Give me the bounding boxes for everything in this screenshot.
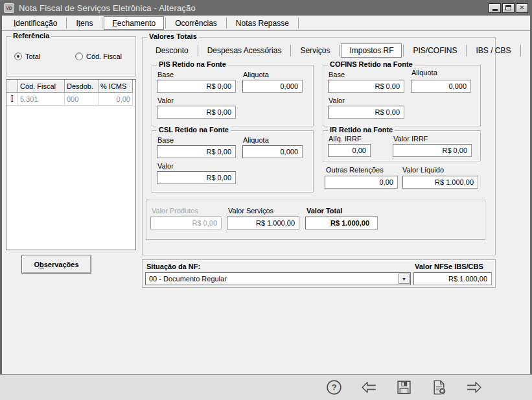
app-window: VD Nota Fiscal de Serviços Eletrônica - … — [0, 0, 532, 400]
ir-title: IR Retido na Fonte — [328, 126, 395, 134]
app-icon: VD — [4, 3, 14, 13]
cofins-groupbox: COFINS Retido na Fonte Base R$ 0,00 Aliq… — [323, 65, 481, 126]
tab-label: Impostos RF — [349, 46, 393, 55]
radio-selected-icon — [14, 53, 22, 60]
cofins-valor-label: Valor — [329, 97, 345, 104]
tab-label: Ocorrências — [175, 19, 217, 28]
tab-despesas-acessorias[interactable]: Despesas Acessórias — [198, 43, 291, 58]
fiscal-codes-table[interactable]: Cód. Fiscal Desdob. % ICMS I 5.301 000 0… — [6, 79, 136, 250]
cofins-aliquota-label: Aliquota — [411, 69, 437, 76]
pis-base-label: Base — [157, 71, 174, 78]
valor-liquido-field[interactable]: R$ 1.000,00 — [402, 176, 478, 189]
column-header[interactable]: Cód. Fiscal — [18, 80, 65, 93]
valor-produtos-field: R$ 0,00 — [150, 217, 222, 229]
tab-label: IBS / CBS — [476, 46, 511, 55]
tab-label: Desconto — [156, 46, 189, 55]
valor-total-label: Valor Total — [306, 207, 342, 215]
cell-icms[interactable]: 0,00 — [98, 93, 133, 106]
chevron-down-icon[interactable]: ▼ — [399, 274, 410, 284]
table-row[interactable]: I 5.301 000 0,00 — [6, 93, 135, 106]
tab-label: Serviços — [300, 46, 330, 55]
content-area: Referência Total Cód. Fiscal Cód. Fiscal… — [2, 31, 530, 374]
valor-liquido-label: Valor Líquido — [402, 166, 444, 174]
csl-base-field[interactable]: R$ 0,00 — [157, 145, 236, 158]
radio-unselected-icon — [75, 53, 83, 60]
observacoes-button[interactable]: Observações — [21, 255, 91, 274]
pis-groupbox: PIS Retido na Fonte Base R$ 0,00 Aliquot… — [152, 65, 314, 126]
tab-itens[interactable]: Itens — [67, 16, 102, 30]
cofins-aliquota-field[interactable]: 0,000 — [411, 80, 471, 93]
ir-valor-label: Valor IRRF — [393, 135, 428, 143]
titlebar[interactable]: VD Nota Fiscal de Serviços Eletrônica - … — [0, 0, 532, 16]
column-header[interactable]: % ICMS — [98, 80, 133, 93]
tab-fechamento[interactable]: Fechamento — [104, 16, 164, 30]
situacao-dropdown-value: 00 - Documento Regular — [146, 275, 399, 283]
column-header[interactable]: Desdob. — [65, 80, 98, 93]
csl-valor-label: Valor — [157, 162, 174, 170]
outras-retencoes-field[interactable]: 0,00 — [325, 176, 398, 189]
tab-label: Despesas Acessórias — [207, 46, 282, 55]
cell-cod-fiscal[interactable]: 5.301 — [18, 93, 65, 106]
tab-desconto[interactable]: Desconto — [146, 43, 198, 58]
cofins-base-label: Base — [329, 71, 345, 78]
main-tab-bar: Identificação Itens Fechamento Ocorrênci… — [2, 16, 530, 31]
tab-label: Fechamento — [112, 19, 156, 28]
tab-notas-repasse[interactable]: Notas Repasse — [227, 16, 298, 30]
tab-impostos-rf[interactable]: Impostos RF — [341, 43, 402, 58]
outras-retencoes-label: Outras Retenções — [326, 166, 384, 174]
cofins-base-field[interactable]: R$ 0,00 — [328, 80, 404, 93]
tab-label: Identificação — [14, 19, 57, 28]
close-button[interactable]: ✕ — [516, 3, 528, 13]
cofins-valor-field[interactable]: R$ 0,00 — [328, 106, 404, 119]
button-label: Observações — [34, 261, 78, 268]
pis-title: PIS Retido na Fonte — [157, 60, 228, 68]
minimize-button[interactable] — [489, 3, 501, 13]
radio-total[interactable]: Total — [14, 53, 40, 60]
pis-aliquota-field[interactable]: 0,000 — [242, 80, 303, 93]
pis-valor-field[interactable]: R$ 0,00 — [157, 106, 236, 119]
csl-groupbox: CSL Retido na Fonte Base R$ 0,00 Aliquot… — [152, 130, 314, 193]
cell-desdob[interactable]: 000 — [65, 93, 98, 106]
valor-produtos-label: Valor Produtos — [152, 207, 198, 215]
tab-identificacao[interactable]: Identificação — [5, 16, 66, 30]
tab-ocorrencias[interactable]: Ocorrências — [166, 16, 226, 30]
tab-label: PIS/COFINS — [413, 46, 457, 55]
ir-aliq-label: Alíq. IRRF — [329, 135, 362, 143]
back-arrow-icon[interactable] — [360, 379, 378, 396]
delete-document-icon[interactable] — [430, 379, 448, 396]
ir-valor-field[interactable]: R$ 0,00 — [393, 144, 472, 157]
maximize-button[interactable] — [502, 3, 515, 13]
close-icon: ✕ — [519, 5, 524, 11]
cofins-title: COFINS Retido na Fonte — [328, 60, 415, 68]
pis-valor-label: Valor — [157, 97, 174, 104]
valores-tab-bar: Desconto Despesas Acessórias Serviços Im… — [146, 43, 521, 58]
divider — [339, 45, 340, 56]
ir-aliq-field[interactable]: 0,00 — [328, 144, 371, 157]
table-header-row: Cód. Fiscal Desdob. % ICMS — [6, 80, 135, 93]
valor-total-field[interactable]: R$ 1.000,00 — [305, 217, 378, 229]
nfse-field[interactable]: R$ 1.000,00 — [413, 272, 492, 285]
help-icon[interactable]: ? — [325, 379, 343, 396]
save-icon[interactable] — [395, 379, 413, 396]
csl-valor-field[interactable]: R$ 0,00 — [157, 171, 236, 184]
tab-servicos[interactable]: Serviços — [291, 43, 339, 58]
radio-cod-fiscal[interactable]: Cód. Fiscal — [75, 53, 122, 60]
situacao-panel: Situação da NF: 00 - Documento Regular ▼… — [142, 259, 496, 288]
situacao-dropdown[interactable]: 00 - Documento Regular ▼ — [145, 272, 411, 285]
pis-base-field[interactable]: R$ 0,00 — [157, 80, 236, 93]
valor-servicos-label: Valor Serviços — [228, 207, 273, 215]
forward-arrow-icon[interactable] — [465, 379, 483, 396]
divider — [520, 45, 521, 56]
bottom-toolbar: ? — [0, 374, 532, 400]
nfse-label: Valor NFSe IBS/CBS — [415, 263, 483, 270]
csl-title: CSL Retido na Fonte — [157, 126, 231, 134]
csl-aliquota-field[interactable]: 0,000 — [242, 145, 303, 158]
tab-label: Notas Repasse — [236, 19, 289, 28]
valores-totais-groupbox: Valores Totais Desconto Despesas Acessór… — [142, 37, 496, 255]
valor-servicos-field[interactable]: R$ 1.000,00 — [227, 217, 299, 229]
pis-aliquota-label: Aliquota — [243, 71, 269, 78]
window-title: Nota Fiscal de Serviços Eletrônica - Alt… — [19, 3, 196, 13]
tab-pis-cofins[interactable]: PIS/COFINS — [404, 43, 466, 58]
tab-ibs-cbs[interactable]: IBS / CBS — [467, 43, 520, 58]
csl-base-label: Base — [157, 136, 174, 144]
